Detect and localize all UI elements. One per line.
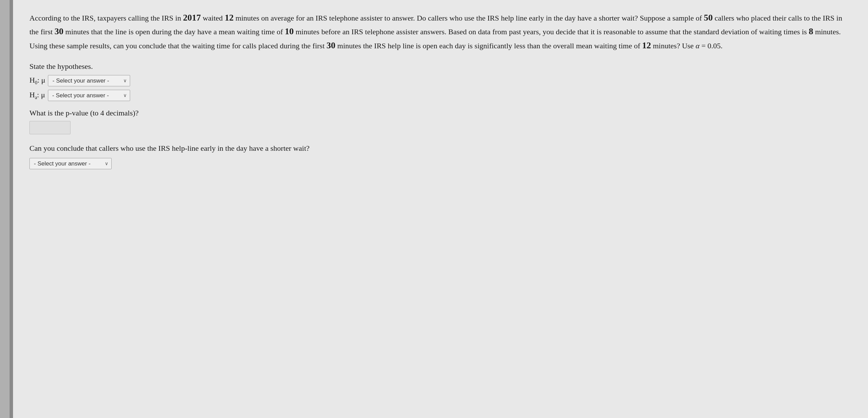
content-area: According to the IRS, taxpayers calling … <box>13 0 868 418</box>
ha-label: Ha: μ <box>29 90 45 100</box>
h0-select[interactable]: - Select your answer - = 12 ≠ 12 < 12 > … <box>48 75 130 86</box>
conclude-select[interactable]: - Select your answer - Yes No <box>29 158 112 169</box>
h0-select-wrapper[interactable]: - Select your answer - = 12 ≠ 12 < 12 > … <box>48 75 130 86</box>
conclude-section: Can you conclude that callers who use th… <box>29 143 852 169</box>
pvalue-label: What is the p-value (to 4 decimals)? <box>29 109 852 118</box>
ha-select-wrapper[interactable]: - Select your answer - = 12 ≠ 12 < 12 > … <box>48 90 130 101</box>
h0-row: H0: μ - Select your answer - = 12 ≠ 12 <… <box>29 75 852 86</box>
h0-label: H0: μ <box>29 76 45 86</box>
problem-text: According to the IRS, taxpayers calling … <box>29 11 852 52</box>
ha-select[interactable]: - Select your answer - = 12 ≠ 12 < 12 > … <box>48 90 130 101</box>
sidebar-accent <box>10 0 13 418</box>
conclude-label: Can you conclude that callers who use th… <box>29 143 852 154</box>
mean-wait-value: 10 <box>285 26 294 36</box>
year-value: 2017 <box>183 13 201 23</box>
conclude-select-wrapper[interactable]: - Select your answer - Yes No <box>29 158 112 169</box>
hypotheses-label: State the hypotheses. <box>29 62 852 71</box>
overall-mean-value: 12 <box>642 40 651 50</box>
left-sidebar <box>0 0 13 418</box>
hypotheses-section: State the hypotheses. H0: μ - Select you… <box>29 62 852 101</box>
first-minutes2-value: 30 <box>327 40 336 50</box>
first-minutes-value: 30 <box>54 26 63 36</box>
pvalue-section: What is the p-value (to 4 decimals)? <box>29 109 852 134</box>
std-dev-value: 8 <box>809 26 813 36</box>
ha-row: Ha: μ - Select your answer - = 12 ≠ 12 <… <box>29 90 852 101</box>
avg-wait-value: 12 <box>225 13 234 23</box>
page-container: According to the IRS, taxpayers calling … <box>0 0 868 418</box>
sample-size-value: 50 <box>704 13 713 23</box>
pvalue-input[interactable] <box>29 121 71 134</box>
